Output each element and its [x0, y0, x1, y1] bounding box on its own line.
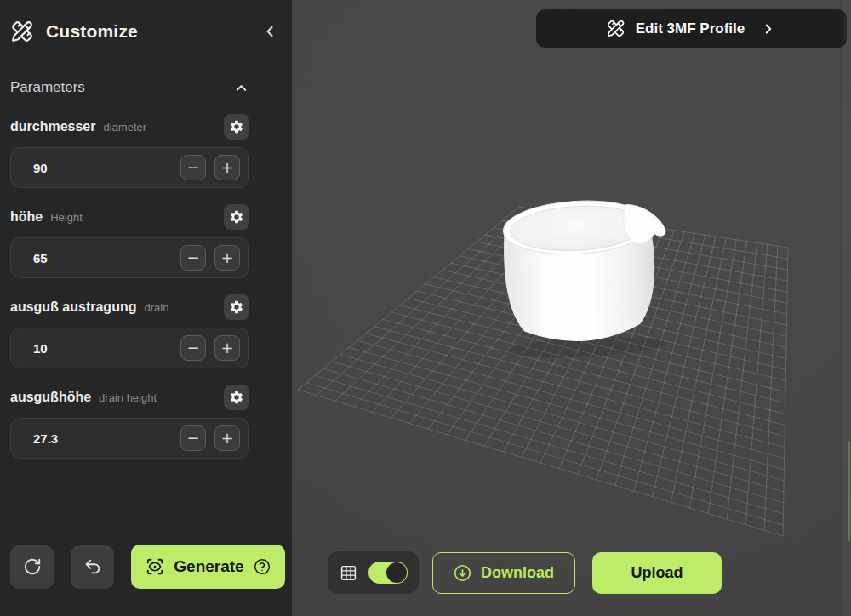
download-button-label: Download — [481, 564, 554, 582]
parameter-hint: Height — [50, 211, 83, 224]
grid-toggle-group — [328, 551, 419, 594]
toggle-knob — [386, 562, 407, 583]
parameter-value[interactable]: 27.3 — [33, 431, 180, 446]
parameter-group-durchmesser: durchmesser diameter 90 − + — [10, 113, 249, 188]
increment-button[interactable]: + — [214, 155, 240, 180]
parameter-hint: drain height — [99, 391, 157, 404]
increment-button[interactable]: + — [214, 425, 240, 451]
upload-button-label: Upload — [631, 564, 683, 582]
model-preview-cup[interactable] — [494, 185, 675, 362]
increment-button[interactable]: + — [214, 335, 240, 361]
collapse-section-button[interactable] — [233, 80, 249, 96]
decrement-button[interactable]: − — [180, 245, 206, 271]
parameter-value-field[interactable]: 10 − + — [10, 328, 249, 368]
upload-button[interactable]: Upload — [592, 552, 722, 594]
generate-button-label: Generate — [174, 557, 243, 576]
parameter-settings-button[interactable] — [224, 204, 249, 230]
gear-icon — [229, 299, 244, 315]
parameter-value-field[interactable]: 65 − + — [10, 237, 249, 278]
parameters-section-label: Parameters — [10, 79, 85, 96]
chevron-left-icon — [261, 23, 278, 40]
parameter-hint: diameter — [104, 121, 147, 134]
decrement-button[interactable]: − — [180, 425, 206, 451]
chevron-right-icon — [761, 21, 776, 37]
circle-arrow-down-icon — [454, 564, 471, 582]
edit-3mf-profile-label: Edit 3MF Profile — [636, 20, 745, 37]
parameters-section-header: Parameters — [10, 60, 249, 98]
parameter-hint: drain — [144, 301, 168, 314]
parameter-value[interactable]: 10 — [33, 341, 180, 356]
undo-button[interactable] — [71, 545, 114, 589]
parameters-scroll-area: Parameters durchmesser diameter — [0, 60, 292, 522]
parameter-name: höhe — [10, 209, 43, 225]
gear-icon — [229, 119, 244, 134]
parameter-settings-button[interactable] — [224, 385, 249, 410]
viewport-toolbar: Download Upload — [328, 551, 722, 594]
parameter-value-field[interactable]: 27.3 − + — [10, 418, 249, 459]
decrement-button[interactable]: − — [180, 335, 206, 361]
circle-help-icon[interactable] — [254, 558, 271, 575]
download-button[interactable]: Download — [432, 552, 575, 594]
grid-toggle-switch[interactable] — [368, 562, 408, 584]
pencil-ruler-icon — [11, 20, 33, 43]
parameter-group-ausgusshoehe: ausgußhöhe drain height 27.3 − + — [10, 384, 249, 459]
parameter-group-ausguss-austragung: ausguß austragung drain 10 − + — [10, 294, 249, 368]
gear-icon — [229, 209, 244, 225]
panel-title: Customize — [46, 21, 248, 42]
increment-button[interactable]: + — [214, 245, 240, 271]
decrement-button[interactable]: − — [180, 155, 206, 180]
generate-button[interactable]: Generate — [131, 545, 285, 589]
scan-eye-icon — [146, 557, 164, 576]
sidebar-header: Customize — [0, 0, 292, 56]
sidebar-customize-panel: Customize Parameters — [0, 0, 292, 616]
parameter-name: durchmesser — [10, 119, 96, 134]
viewport-scrollbar-thumb[interactable] — [848, 441, 850, 541]
parameter-value-field[interactable]: 90 − + — [10, 147, 249, 188]
parameter-value[interactable]: 90 — [33, 161, 180, 175]
pencil-ruler-icon — [607, 20, 625, 37]
app-root: Customize Parameters — [0, 0, 851, 616]
undo-icon — [83, 557, 102, 576]
collapse-panel-button[interactable] — [261, 23, 278, 40]
edit-3mf-profile-button[interactable]: Edit 3MF Profile — [536, 9, 847, 48]
parameter-group-hoehe: höhe Height 65 − + — [10, 203, 249, 278]
parameter-settings-button[interactable] — [224, 294, 249, 320]
parameter-value[interactable]: 65 — [33, 251, 180, 265]
parameter-settings-button[interactable] — [224, 114, 249, 140]
grid-3x3-icon — [340, 564, 357, 582]
rotate-cw-icon — [23, 557, 42, 576]
chevron-up-icon — [233, 80, 249, 96]
parameter-name: ausguß austragung — [10, 299, 136, 315]
gear-icon — [229, 390, 244, 405]
parameter-name: ausgußhöhe — [10, 390, 91, 405]
regenerate-button[interactable] — [10, 545, 54, 589]
sidebar-action-bar: Generate — [0, 522, 292, 616]
viewport-3d-canvas[interactable]: Edit 3MF Profile Download — [292, 0, 851, 616]
